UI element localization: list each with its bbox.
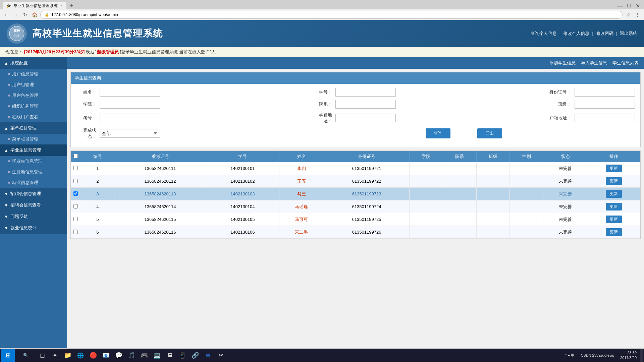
import-student-btn[interactable]: 导入学生信息 xyxy=(581,60,607,66)
row-checkbox-cell xyxy=(71,213,81,226)
logo-svg: 高校 就业 xyxy=(8,25,25,42)
class-input[interactable] xyxy=(575,100,635,109)
taskbar-word[interactable]: W xyxy=(202,349,214,361)
college-input[interactable] xyxy=(100,100,160,109)
status-select[interactable]: 全部 已完成 未完善 xyxy=(100,129,160,138)
taskbar-icon-2[interactable]: 📧 xyxy=(100,349,112,361)
add-student-btn[interactable]: 添加学生信息 xyxy=(549,60,576,66)
sidebar-item-role-mgmt[interactable]: 用户角色管理 xyxy=(0,90,67,101)
row-id-card: 613501199722 xyxy=(324,175,409,188)
taskbar-icon-9[interactable]: 🔗 xyxy=(189,349,201,361)
name-input[interactable] xyxy=(100,88,160,97)
sidebar-item-origin-mgmt[interactable]: 生源地信息管理 xyxy=(0,167,67,177)
sidebar-section-graduate-mgmt[interactable]: ▲ 毕业生信息管理 xyxy=(0,144,67,156)
row-checkbox[interactable] xyxy=(73,204,78,208)
maximize-btn[interactable]: ☐ xyxy=(625,2,633,9)
menu-btn[interactable]: ⋮ xyxy=(634,11,641,18)
row-exam-no: 1365824620111 xyxy=(114,162,206,175)
sidebar-section-feedback[interactable]: ▼ 问题反馈 xyxy=(0,211,67,222)
taskbar-icon-3[interactable]: 💬 xyxy=(113,349,125,361)
taskbar-icon-7[interactable]: 🖥 xyxy=(164,349,176,361)
row-action: 更新 xyxy=(588,213,640,226)
row-checkbox[interactable] xyxy=(73,217,78,221)
sidebar-item-employ-mgmt[interactable]: 就业信息管理 xyxy=(0,177,67,188)
sidebar-item-group-mgmt[interactable]: 用户组管理 xyxy=(0,79,67,90)
taskbar-icon-4[interactable]: 🎵 xyxy=(125,349,138,361)
info-bar: 现在是： [2017年3月20日23时39分33秒] 欢迎[ 超级管理员 ]登录… xyxy=(0,47,644,57)
taskbar-icon-5[interactable]: 🎮 xyxy=(138,349,150,361)
row-checkbox[interactable] xyxy=(73,230,78,234)
row-id-card: 613501199721 xyxy=(324,162,409,175)
taskbar-icon-1[interactable]: 🔴 xyxy=(87,349,99,361)
update-btn[interactable]: 更新 xyxy=(606,216,622,223)
sidebar-item-online-users[interactable]: 在线用户查看 xyxy=(0,112,67,122)
row-checkbox[interactable] xyxy=(73,166,78,170)
taskbar-icon-6[interactable]: 💻 xyxy=(151,349,163,361)
nav-change-pwd[interactable]: 修改密码 xyxy=(596,31,613,37)
address-bar[interactable]: 🔒 127.0.0.1:8080/graempinf-web/admin xyxy=(40,11,623,19)
origin-input[interactable] xyxy=(335,114,396,122)
sidebar-section-menu-mgmt[interactable]: ▲ 菜单栏目管理 xyxy=(0,122,67,134)
refresh-btn[interactable]: ↻ xyxy=(21,11,29,18)
taskbar-cortana[interactable]: 🔍 xyxy=(15,349,36,361)
taskbar-explorer[interactable]: 📁 xyxy=(62,349,74,361)
dot-icon xyxy=(8,95,10,97)
select-all-checkbox[interactable] xyxy=(73,154,78,158)
sidebar-section-recruit-mgmt[interactable]: ▼ 招聘会信息管理 xyxy=(0,188,67,199)
th-id-card: 身份证号 xyxy=(324,151,409,162)
taskbar-task-view[interactable]: ◻ xyxy=(36,349,48,361)
household-input[interactable] xyxy=(575,114,635,122)
active-tab[interactable]: 🎓 毕业生就业信息管理系统 × xyxy=(3,2,66,9)
home-btn[interactable]: 🏠 xyxy=(31,11,38,18)
browser-toolbar: ← → ↻ 🏠 🔒 127.0.0.1:8080/graempinf-web/a… xyxy=(0,9,644,20)
dept-input[interactable] xyxy=(335,100,396,109)
sidebar-item-org-mgmt[interactable]: 组织机构管理 xyxy=(0,101,67,112)
taskbar-icon-10[interactable]: ✂ xyxy=(215,349,227,361)
sidebar-item-user-mgmt[interactable]: 用户信息管理 xyxy=(0,69,67,79)
update-btn[interactable]: 更新 xyxy=(606,177,622,185)
update-btn[interactable]: 更新 xyxy=(606,203,622,210)
sidebar-section-stats[interactable]: ▼ 就业信息统计 xyxy=(0,222,67,234)
th-dept: 院系 xyxy=(443,151,476,162)
taskbar-ie[interactable]: e xyxy=(49,349,61,361)
household-label: 户籍地址： xyxy=(548,115,571,121)
search-panel-header: 学生信息查询 xyxy=(71,72,640,84)
nav-query-info[interactable]: 查询个人信息 xyxy=(531,31,557,37)
th-checkbox xyxy=(71,151,81,162)
row-action: 更新 xyxy=(588,162,640,175)
student-table-panel: 编号 准考证号 学号 姓名 身份证号 学院 院系 班级 性别 状态 操作 xyxy=(70,150,641,239)
row-checkbox[interactable] xyxy=(73,179,78,183)
student-id-input[interactable] xyxy=(335,88,396,97)
id-card-input[interactable] xyxy=(575,88,635,97)
sidebar-item-menu-mgmt[interactable]: 菜单栏目管理 xyxy=(0,134,67,144)
update-btn[interactable]: 更新 xyxy=(606,228,622,236)
start-btn[interactable]: ⊞ xyxy=(1,349,15,362)
sidebar-section-system-config[interactable]: ▲ 系统配置 xyxy=(0,57,67,69)
close-btn[interactable]: ✕ xyxy=(634,2,641,9)
tab-close-btn[interactable]: × xyxy=(60,4,62,8)
update-btn[interactable]: 更新 xyxy=(606,165,622,172)
sidebar-section-recruit-view[interactable]: ▼ 招聘会信息查看 xyxy=(0,199,67,211)
show-desktop-btn[interactable] xyxy=(640,349,643,362)
exam-no-input[interactable] xyxy=(100,114,160,122)
svg-point-0 xyxy=(9,26,24,41)
th-class: 班级 xyxy=(476,151,510,162)
nav-logout[interactable]: 退出系统 xyxy=(620,31,637,37)
minimize-btn[interactable]: — xyxy=(616,2,624,9)
taskbar-icon-8[interactable]: 📱 xyxy=(176,349,189,361)
back-btn[interactable]: ← xyxy=(3,11,10,18)
export-btn[interactable]: 导出 xyxy=(477,128,502,138)
taskbar-chrome[interactable]: 🌐 xyxy=(74,349,87,361)
update-btn[interactable]: 更新 xyxy=(606,190,622,198)
new-tab-btn[interactable]: + xyxy=(66,2,76,9)
table-row: 4 1365824620114 1402130104 马瑶瑶 613501199… xyxy=(71,200,640,213)
nav-edit-info[interactable]: 修改个人信息 xyxy=(563,31,589,37)
search-btn[interactable]: 查询 xyxy=(426,128,450,138)
bookmark-btn[interactable]: ☆ xyxy=(625,11,632,18)
student-list-btn[interactable]: 学生信息列表 xyxy=(612,60,639,66)
row-gender xyxy=(510,200,543,213)
row-student-id: 1402130105 xyxy=(206,213,279,226)
row-checkbox[interactable] xyxy=(73,191,78,196)
forward-btn[interactable]: → xyxy=(12,11,19,18)
sidebar-item-graduate-mgmt[interactable]: 毕业生信息管理 xyxy=(0,156,67,167)
